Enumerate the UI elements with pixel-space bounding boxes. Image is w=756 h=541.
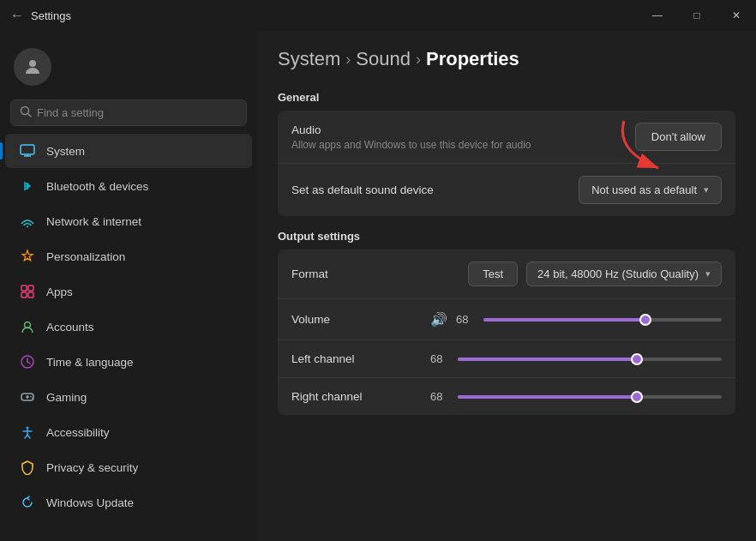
- back-icon[interactable]: ←: [10, 8, 24, 23]
- right-channel-title: Right channel: [291, 390, 363, 403]
- chevron-down-icon: ▾: [704, 184, 709, 195]
- default-sound-row: Set as default sound device Not used as …: [278, 164, 735, 216]
- output-section-label: Output settings: [278, 230, 735, 243]
- volume-row: Volume 🔊 68: [278, 299, 735, 340]
- left-channel-title: Left channel: [291, 352, 355, 365]
- right-channel-slider[interactable]: [458, 395, 722, 399]
- format-row: Format Test 24 bit, 48000 Hz (Studio Qua…: [278, 249, 735, 299]
- svg-point-18: [30, 396, 32, 398]
- left-channel-slider[interactable]: [458, 358, 722, 361]
- search-icon: [20, 105, 32, 120]
- sidebar-item-update[interactable]: Windows Update: [5, 485, 252, 520]
- sidebar-item-label-personalization: Personalization: [46, 250, 125, 263]
- sidebar-item-label-system: System: [46, 145, 85, 158]
- close-button[interactable]: ✕: [717, 0, 756, 31]
- svg-point-6: [27, 226, 28, 228]
- breadcrumb-properties: Properties: [426, 48, 519, 70]
- volume-value: 68: [456, 313, 475, 326]
- svg-point-20: [27, 427, 29, 430]
- system-nav-icon: [19, 142, 36, 159]
- app-body: System Bluetooth & devices Network & int…: [0, 31, 756, 541]
- dont-allow-button[interactable]: Don't allow: [635, 123, 722, 151]
- bluetooth-nav-icon: [19, 177, 36, 195]
- sidebar-item-label-accessibility: Accessibility: [46, 426, 110, 439]
- sidebar-item-personalization[interactable]: Personalization: [5, 239, 252, 274]
- svg-line-14: [27, 362, 30, 364]
- output-section: Output settings Format Test 24 bit, 4800…: [278, 230, 735, 415]
- volume-title: Volume: [291, 313, 330, 326]
- format-controls: Test 24 bit, 48000 Hz (Studio Quality) ▾: [468, 261, 722, 286]
- accounts-nav-icon: [19, 318, 36, 335]
- audio-row: Audio Allow apps and Windows to use this…: [278, 111, 735, 164]
- audio-row-left: Audio Allow apps and Windows to use this…: [291, 123, 531, 151]
- avatar: [14, 48, 51, 86]
- titlebar-left: ← Settings: [10, 8, 71, 23]
- left-channel-value: 68: [430, 352, 449, 365]
- main-content: System › Sound › Properties General Audi…: [257, 31, 756, 541]
- titlebar-controls: — □ ✕: [638, 0, 756, 31]
- left-channel-slider-row: 68: [430, 352, 722, 365]
- time-nav-icon: [19, 353, 36, 370]
- sidebar-item-label-bluetooth: Bluetooth & devices: [46, 180, 148, 193]
- sidebar-item-apps[interactable]: Apps: [5, 274, 252, 309]
- sidebar-item-label-apps: Apps: [46, 286, 73, 298]
- user-profile: [0, 38, 257, 99]
- volume-slider-row: 🔊 68: [430, 311, 722, 328]
- output-card: Format Test 24 bit, 48000 Hz (Studio Qua…: [278, 249, 735, 415]
- sidebar-item-accounts[interactable]: Accounts: [5, 310, 252, 344]
- nav-list: System Bluetooth & devices Network & int…: [0, 133, 257, 520]
- svg-point-19: [32, 397, 33, 399]
- right-channel-slider-row: 68: [430, 390, 722, 403]
- default-dropdown-label: Not used as a default: [591, 183, 697, 196]
- sidebar-item-label-privacy: Privacy & security: [46, 461, 138, 474]
- format-dropdown-label: 24 bit, 48000 Hz (Studio Quality): [537, 267, 699, 280]
- audio-title: Audio: [291, 123, 531, 136]
- general-section-label: General: [278, 91, 735, 104]
- svg-rect-9: [21, 292, 27, 298]
- format-title: Format: [291, 267, 328, 280]
- accessibility-nav-icon: [19, 424, 36, 441]
- general-card: Audio Allow apps and Windows to use this…: [278, 111, 735, 216]
- right-channel-row: Right channel 68: [278, 378, 735, 415]
- titlebar-title: Settings: [31, 9, 71, 22]
- volume-icon: 🔊: [430, 311, 447, 328]
- sidebar-item-label-update: Windows Update: [46, 496, 134, 509]
- volume-slider[interactable]: [483, 318, 722, 322]
- default-title: Set as default sound device: [291, 183, 434, 196]
- search-input[interactable]: [37, 106, 237, 119]
- breadcrumb-sep1: ›: [345, 51, 351, 69]
- left-channel-row: Left channel 68: [278, 340, 735, 378]
- default-dropdown[interactable]: Not used as a default ▾: [579, 176, 722, 204]
- breadcrumb-sep2: ›: [416, 51, 421, 69]
- sidebar-item-label-gaming: Gaming: [46, 391, 87, 404]
- sidebar-item-label-accounts: Accounts: [46, 321, 94, 334]
- right-channel-value: 68: [430, 390, 449, 403]
- sidebar-item-network[interactable]: Network & internet: [5, 204, 252, 238]
- breadcrumb: System › Sound › Properties: [278, 48, 735, 70]
- sidebar-item-privacy[interactable]: Privacy & security: [5, 450, 252, 484]
- volume-thumb: [639, 314, 651, 326]
- maximize-button[interactable]: □: [677, 0, 717, 31]
- test-button[interactable]: Test: [468, 261, 518, 286]
- sidebar-item-system[interactable]: System: [5, 134, 252, 168]
- sidebar-item-label-network: Network & internet: [46, 215, 141, 228]
- format-chevron-icon: ▾: [705, 268, 711, 280]
- update-nav-icon: [19, 494, 36, 511]
- sidebar-item-gaming[interactable]: Gaming: [5, 380, 252, 414]
- sidebar-item-bluetooth[interactable]: Bluetooth & devices: [5, 169, 252, 203]
- minimize-button[interactable]: —: [638, 0, 677, 31]
- svg-point-0: [29, 60, 36, 67]
- titlebar: ← Settings — □ ✕: [0, 0, 756, 31]
- svg-rect-10: [28, 292, 33, 298]
- sidebar-item-accessibility[interactable]: Accessibility: [5, 415, 252, 449]
- svg-rect-8: [28, 286, 33, 291]
- svg-line-2: [28, 114, 32, 117]
- sidebar-item-label-time: Time & language: [46, 356, 134, 369]
- privacy-nav-icon: [19, 459, 36, 476]
- format-dropdown[interactable]: 24 bit, 48000 Hz (Studio Quality) ▾: [526, 261, 722, 286]
- sidebar-item-time[interactable]: Time & language: [5, 345, 252, 379]
- search-box[interactable]: [10, 99, 247, 126]
- volume-fill: [483, 318, 645, 322]
- apps-nav-icon: [19, 283, 36, 300]
- network-nav-icon: [19, 213, 36, 230]
